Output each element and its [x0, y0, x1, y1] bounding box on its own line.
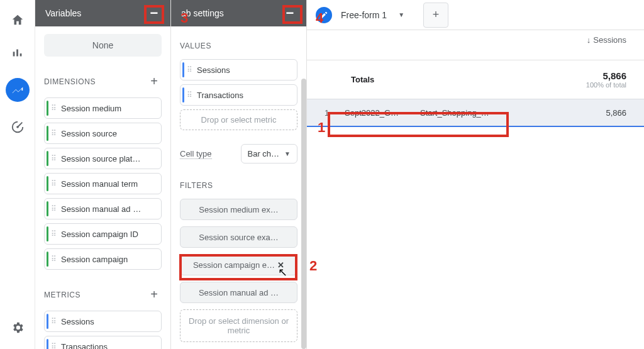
- dimension-chip[interactable]: ⠿Session campaign: [44, 248, 162, 270]
- variables-collapse-button[interactable]: −: [145, 4, 163, 22]
- nav-rail: [0, 0, 35, 349]
- drop-metric-zone[interactable]: Drop or select metric: [180, 109, 297, 130]
- value-chip[interactable]: ⠿Transactions: [180, 84, 297, 106]
- tabs-bar: Free-form 1 ▼ +: [307, 0, 644, 30]
- filter-chip[interactable]: Session medium ex…: [180, 199, 297, 220]
- values-heading: VALUES: [180, 42, 211, 50]
- settings-icon[interactable]: [10, 320, 25, 335]
- report-canvas: Free-form 1 ▼ + Session campaign Session…: [307, 0, 644, 349]
- dimension-chip[interactable]: ⠿Session source plat…: [44, 148, 162, 169]
- variables-panel: Variables − None DIMENSIONS + ⠿Session m…: [35, 0, 171, 349]
- value-chip[interactable]: ⠿Sessions: [180, 59, 297, 80]
- mouse-cursor-icon: ↖: [278, 265, 287, 279]
- row-index: 1: [325, 108, 345, 118]
- chevron-down-icon: ▼: [398, 11, 404, 18]
- add-metric-button[interactable]: +: [147, 287, 162, 302]
- variables-header: Variables −: [35, 0, 170, 26]
- tab-free-form-1[interactable]: Free-form 1 ▼: [341, 10, 404, 20]
- tab-settings-collapse-button[interactable]: −: [281, 4, 299, 22]
- filter-chip[interactable]: Session source exa…: [180, 226, 297, 248]
- variables-title: Variables: [45, 8, 81, 18]
- totals-value: 5,866: [586, 70, 626, 81]
- home-icon[interactable]: [10, 13, 25, 28]
- row-cell: Start_Shopping_…: [420, 108, 508, 118]
- report-header-row: Session campaign Session manual ad conte…: [307, 30, 644, 60]
- totals-row: Totals 5,866 100% of total: [307, 60, 644, 99]
- dimensions-heading: DIMENSIONS: [44, 77, 96, 86]
- dimension-chip[interactable]: ⠿Session manual term: [44, 173, 162, 194]
- dimension-chip[interactable]: ⠿Session campaign ID: [44, 223, 162, 245]
- chevron-down-icon: ▼: [284, 150, 291, 157]
- sort-desc-icon: ↓: [587, 35, 591, 45]
- column-header-sort[interactable]: ↓ Sessions: [587, 35, 626, 45]
- totals-label: Totals: [351, 75, 374, 84]
- dimension-chip[interactable]: ⠿Session manual ad …: [44, 198, 162, 219]
- scrollbar[interactable]: [301, 79, 306, 349]
- tab-settings-panel: ab settings − VALUES ⠿Sessions ⠿Transact…: [171, 0, 307, 349]
- cell-type-select[interactable]: Bar ch… ▼: [241, 144, 297, 163]
- segment-none-button[interactable]: None: [44, 34, 162, 57]
- drop-dim-metric-zone[interactable]: Drop or select dimension or metric: [180, 309, 297, 342]
- edit-tab-icon[interactable]: [316, 7, 332, 23]
- tab-settings-title: ab settings: [181, 8, 224, 18]
- table-row[interactable]: 1 Sept2022_G… Start_Shopping_… 5,866: [307, 99, 644, 127]
- explore-icon[interactable]: [6, 78, 30, 102]
- dimension-chip[interactable]: ⠿Session source: [44, 123, 162, 144]
- filters-heading: FILTERS: [180, 181, 213, 190]
- add-tab-button[interactable]: +: [423, 3, 448, 28]
- metrics-heading: METRICS: [44, 291, 80, 299]
- cell-type-label: Cell type: [180, 149, 212, 159]
- advertising-icon[interactable]: [10, 119, 25, 135]
- reports-icon[interactable]: [10, 45, 25, 60]
- metric-chip[interactable]: ⠿Transactions: [44, 336, 162, 349]
- filter-chip[interactable]: Session manual ad …: [180, 282, 297, 303]
- tab-settings-header: ab settings −: [171, 0, 306, 26]
- dimension-chip[interactable]: ⠿Session medium: [44, 97, 162, 119]
- totals-subtext: 100% of total: [586, 81, 626, 89]
- row-value: 5,866: [606, 108, 626, 118]
- metric-chip[interactable]: ⠿Sessions: [44, 311, 162, 332]
- add-dimension-button[interactable]: +: [147, 74, 162, 89]
- row-cell: Sept2022_G…: [345, 108, 420, 118]
